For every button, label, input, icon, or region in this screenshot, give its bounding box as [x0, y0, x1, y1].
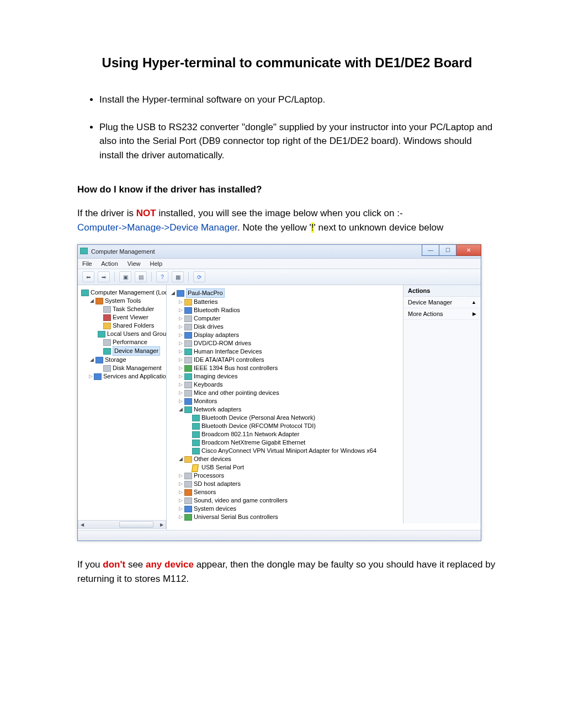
device-root-label: Paul-MacPro [186, 288, 225, 298]
text: If you [77, 559, 103, 570]
left-scrollbar[interactable]: ◀ ▶ [78, 520, 166, 529]
tree-item-label: IDE ATA/ATAPI controllers [194, 356, 264, 364]
expander-icon [178, 480, 183, 488]
tree-item[interactable]: Storage [89, 356, 164, 364]
tree-item[interactable]: Sensors [178, 488, 401, 496]
tree-item[interactable]: Batteries [178, 298, 401, 306]
menu-action[interactable]: Action [101, 260, 118, 267]
para-faulty: If you don't see any device appear, then… [77, 558, 497, 586]
tree-item[interactable]: Sound, video and game controllers [178, 496, 401, 505]
tree-item-label: System Tools [105, 297, 141, 305]
tree-item[interactable]: System Tools [89, 297, 164, 305]
tree-item[interactable]: Disk drives [178, 323, 401, 331]
tree-item[interactable]: Bluetooth Radios [178, 306, 401, 314]
tree-item[interactable]: Display adapters [178, 331, 401, 339]
tree-item[interactable]: Performance [97, 338, 164, 346]
close-button[interactable]: ✕ [456, 244, 481, 256]
tree-item-label: Imaging devices [194, 372, 238, 381]
menu-help[interactable]: Help [150, 260, 163, 267]
tree-item-label: Other devices [194, 455, 231, 463]
scroll-left-icon[interactable]: ◀ [78, 521, 86, 528]
expander-icon[interactable] [178, 455, 183, 463]
tree-item[interactable]: Human Interface Devices [178, 347, 401, 356]
toolbar-scan-icon[interactable]: ⟳ [193, 271, 205, 282]
minimize-button[interactable]: — [422, 244, 439, 256]
expander-icon [178, 513, 183, 521]
category-icon [184, 332, 192, 339]
tree-item-label: Shared Folders [113, 322, 154, 330]
tree-item[interactable]: Disk Management [97, 364, 164, 372]
tree-item[interactable]: IDE ATA/ATAPI controllers [178, 356, 401, 364]
toolbar-view-icon[interactable]: ▦ [172, 271, 184, 282]
expander-icon[interactable] [170, 289, 176, 297]
tree-item[interactable]: Network adapters [178, 405, 401, 414]
toolbar-help-icon[interactable]: ? [156, 271, 168, 282]
category-icon [184, 473, 192, 479]
toolbar-folder-icon[interactable]: ▣ [119, 271, 131, 282]
tree-item[interactable]: SD host adapters [178, 480, 401, 488]
actions-device-manager[interactable]: Device Manager ▲ [403, 297, 481, 308]
tree-item[interactable]: Keyboards [178, 381, 401, 389]
tree-item[interactable]: IEEE 1394 Bus host controllers [178, 364, 401, 372]
tree-item[interactable]: Broadcom NetXtreme Gigabit Ethernet [185, 438, 401, 447]
actions-more-actions[interactable]: More Actions ▶ [403, 308, 481, 320]
tree-item[interactable]: Event Viewer [97, 313, 164, 322]
left-tree-pane: Computer Management (Local System ToolsT… [78, 285, 167, 530]
tree-item[interactable]: USB Serial Port [185, 463, 401, 472]
tree-item-label: Network adapters [194, 405, 241, 414]
tree-item[interactable]: System devices [178, 505, 401, 513]
tree-item[interactable]: Mice and other pointing devices [178, 389, 401, 397]
category-icon [94, 373, 102, 380]
tree-item[interactable]: Other devices [178, 455, 401, 463]
category-icon [184, 315, 192, 322]
tree-item[interactable]: DVD/CD-ROM drives [178, 339, 401, 347]
tree-item-label: Monitors [194, 397, 217, 405]
tree-item[interactable]: Cisco AnyConnect VPN Virtual Miniport Ad… [185, 447, 401, 455]
tree-item[interactable]: Bluetooth Device (Personal Area Network) [185, 414, 401, 422]
tree-item[interactable]: Processors [178, 472, 401, 480]
tree-item[interactable]: Services and Applications [89, 372, 164, 381]
toolbar-list-icon[interactable]: ▤ [135, 271, 147, 282]
tree-item[interactable]: Universal Serial Bus controllers [178, 513, 401, 521]
text: installed, you will see the image below … [156, 208, 403, 218]
menu-path: Computer->Manage->Device Manager [77, 222, 237, 233]
collapse-icon[interactable]: ▲ [471, 299, 476, 305]
chevron-right-icon[interactable]: ▶ [472, 311, 476, 317]
expander-icon[interactable] [178, 405, 183, 414]
expander-icon[interactable] [89, 356, 94, 364]
expander-icon[interactable] [89, 297, 94, 305]
maximize-button[interactable]: ☐ [439, 244, 456, 256]
tree-item[interactable]: Bluetooth Device (RFCOMM Protocol TDI) [185, 422, 401, 430]
text: see [125, 559, 146, 570]
category-icon [95, 357, 103, 363]
menu-view[interactable]: View [128, 260, 141, 267]
tree-item[interactable]: Broadcom 802.11n Network Adapter [185, 430, 401, 438]
category-icon [192, 431, 200, 438]
menu-file[interactable]: File [82, 260, 92, 267]
category-icon [103, 348, 111, 355]
category-icon [184, 349, 192, 355]
computer-management-window: Computer Management — ☐ ✕ File Action Vi… [77, 244, 481, 541]
window-titlebar[interactable]: Computer Management — ☐ ✕ [78, 245, 481, 259]
tree-item-label: Local Users and Groups [107, 330, 167, 338]
toolbar-forward-icon[interactable]: ➡ [98, 271, 110, 282]
tree-item[interactable]: Computer [178, 314, 401, 323]
scroll-right-icon[interactable]: ▶ [158, 521, 166, 528]
category-icon [95, 298, 103, 304]
tree-item[interactable]: Local Users and Groups [97, 330, 164, 338]
tree-item[interactable]: Device Manager [97, 346, 164, 356]
category-icon [192, 440, 200, 446]
tree-item[interactable]: Shared Folders [97, 322, 164, 330]
tree-item[interactable]: Imaging devices [178, 372, 401, 381]
expander-icon [178, 397, 183, 405]
tree-item-label: Services and Applications [103, 372, 167, 381]
emphasis-not: NOT [136, 208, 156, 218]
device-root[interactable]: Paul-MacPro [170, 288, 401, 298]
tree-item[interactable]: Monitors [178, 397, 401, 405]
tree-item-label: Human Interface Devices [194, 347, 262, 356]
tree-root[interactable]: Computer Management (Local [81, 288, 164, 297]
tree-item[interactable]: Task Scheduler [97, 305, 164, 313]
toolbar-back-icon[interactable]: ⬅ [82, 271, 94, 282]
tree-item-label: Computer [194, 314, 220, 323]
scroll-thumb[interactable] [119, 521, 153, 528]
